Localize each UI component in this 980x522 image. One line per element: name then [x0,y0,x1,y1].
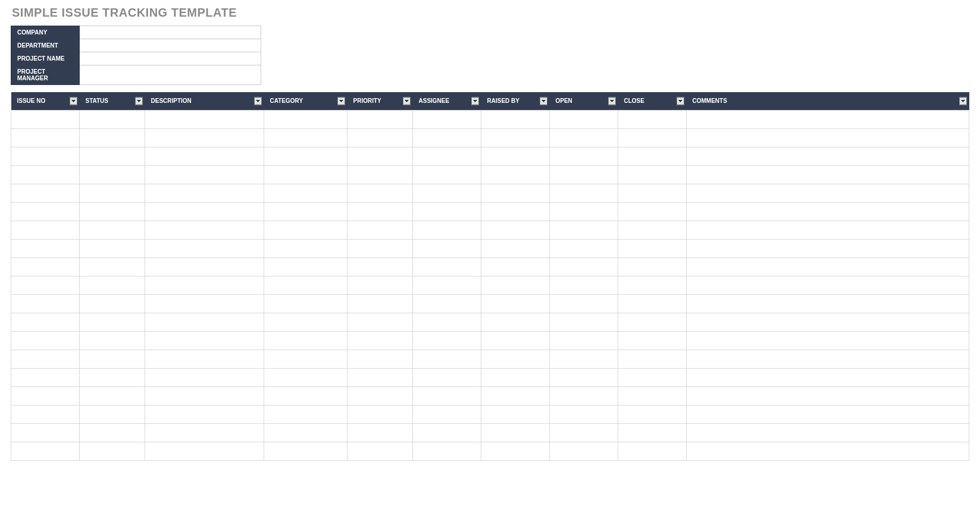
table-cell[interactable] [550,202,618,221]
table-cell[interactable] [80,165,145,184]
table-cell[interactable] [11,165,80,184]
table-cell[interactable] [618,423,687,442]
table-cell[interactable] [618,110,687,128]
table-cell[interactable] [687,350,969,368]
table-cell[interactable] [11,276,80,294]
table-cell[interactable] [347,221,413,239]
filter-dropdown-icon[interactable] [540,97,547,105]
table-cell[interactable] [264,202,347,221]
table-cell[interactable] [481,257,550,276]
table-cell[interactable] [550,331,618,350]
table-cell[interactable] [347,147,413,165]
filter-dropdown-icon[interactable] [135,97,143,105]
table-cell[interactable] [264,294,347,313]
meta-value[interactable] [80,65,261,85]
table-cell[interactable] [413,110,481,128]
table-cell[interactable] [481,313,550,331]
table-cell[interactable] [413,405,481,423]
filter-dropdown-icon[interactable] [403,97,411,105]
table-cell[interactable] [347,350,413,368]
table-cell[interactable] [347,294,413,313]
table-cell[interactable] [413,202,481,221]
table-cell[interactable] [481,221,550,239]
table-cell[interactable] [481,350,550,368]
table-cell[interactable] [264,368,347,386]
table-cell[interactable] [80,202,145,221]
table-cell[interactable] [145,350,264,368]
table-cell[interactable] [145,386,264,405]
table-cell[interactable] [80,442,145,460]
table-cell[interactable] [550,423,618,442]
table-cell[interactable] [550,405,618,423]
table-cell[interactable] [145,128,264,147]
table-cell[interactable] [413,442,481,460]
table-cell[interactable] [11,257,80,276]
table-cell[interactable] [413,368,481,386]
table-cell[interactable] [145,221,264,239]
table-cell[interactable] [413,294,481,313]
table-cell[interactable] [145,368,264,386]
table-cell[interactable] [481,202,550,221]
table-cell[interactable] [687,423,969,442]
table-cell[interactable] [80,331,145,350]
table-cell[interactable] [80,405,145,423]
table-cell[interactable] [413,147,481,165]
table-cell[interactable] [413,184,481,202]
table-cell[interactable] [618,368,687,386]
table-cell[interactable] [11,202,80,221]
table-cell[interactable] [347,386,413,405]
table-cell[interactable] [11,442,80,460]
table-cell[interactable] [618,405,687,423]
table-cell[interactable] [80,276,145,294]
table-cell[interactable] [687,202,969,221]
table-cell[interactable] [687,331,969,350]
table-cell[interactable] [11,423,80,442]
table-cell[interactable] [618,184,687,202]
table-cell[interactable] [264,442,347,460]
table-cell[interactable] [145,110,264,128]
filter-dropdown-icon[interactable] [471,97,479,105]
table-cell[interactable] [264,221,347,239]
table-cell[interactable] [80,386,145,405]
table-cell[interactable] [618,221,687,239]
table-cell[interactable] [481,276,550,294]
table-cell[interactable] [11,405,80,423]
table-cell[interactable] [264,128,347,147]
table-cell[interactable] [80,350,145,368]
table-cell[interactable] [347,423,413,442]
table-cell[interactable] [413,313,481,331]
table-cell[interactable] [145,202,264,221]
table-cell[interactable] [347,110,413,128]
table-cell[interactable] [264,313,347,331]
filter-dropdown-icon[interactable] [337,97,345,105]
table-cell[interactable] [80,313,145,331]
table-cell[interactable] [413,239,481,257]
table-cell[interactable] [413,221,481,239]
table-cell[interactable] [413,257,481,276]
filter-dropdown-icon[interactable] [608,97,616,105]
table-cell[interactable] [145,239,264,257]
table-cell[interactable] [145,276,264,294]
table-cell[interactable] [550,368,618,386]
table-cell[interactable] [618,202,687,221]
table-cell[interactable] [481,386,550,405]
table-cell[interactable] [618,331,687,350]
table-cell[interactable] [687,221,969,239]
table-cell[interactable] [347,331,413,350]
filter-dropdown-icon[interactable] [959,97,967,105]
table-cell[interactable] [687,128,969,147]
table-cell[interactable] [413,276,481,294]
table-cell[interactable] [80,221,145,239]
table-cell[interactable] [618,165,687,184]
table-cell[interactable] [145,257,264,276]
table-cell[interactable] [687,239,969,257]
table-cell[interactable] [145,147,264,165]
table-cell[interactable] [550,386,618,405]
table-cell[interactable] [264,276,347,294]
table-cell[interactable] [481,294,550,313]
table-cell[interactable] [347,128,413,147]
table-cell[interactable] [347,368,413,386]
table-cell[interactable] [264,165,347,184]
table-cell[interactable] [264,147,347,165]
table-cell[interactable] [80,184,145,202]
